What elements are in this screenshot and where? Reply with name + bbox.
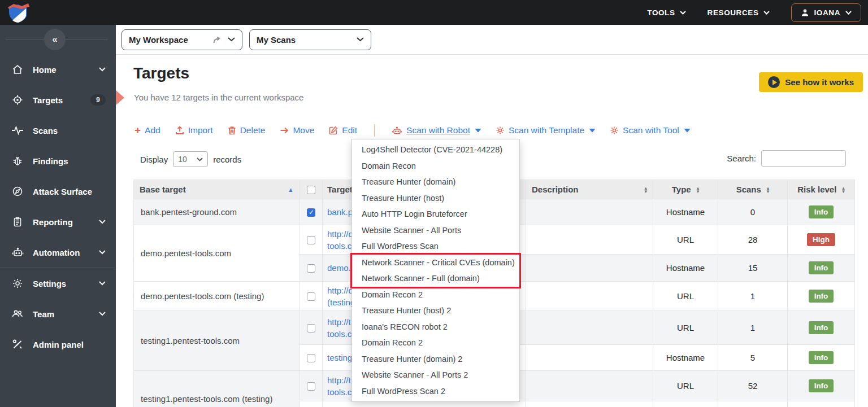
scan-with-template-button[interactable]: Scan with Template xyxy=(496,125,595,135)
robot-menu-item[interactable]: Full WordPress Scan xyxy=(352,238,519,255)
type-cell: Hostname xyxy=(653,345,718,371)
sidebar-item-attack-surface[interactable]: Attack Surface xyxy=(0,176,116,207)
workspace-selector[interactable]: My Workspace xyxy=(121,29,242,50)
scan-with-template-label: Scan with Template xyxy=(509,125,584,135)
scans-cell: 0 xyxy=(718,199,788,225)
row-checkbox[interactable] xyxy=(307,324,315,332)
row-checkbox[interactable] xyxy=(307,292,315,301)
base-target-cell: demo.pentest-tools.com (testing) xyxy=(134,282,300,311)
add-button[interactable]: + Add xyxy=(134,124,160,137)
scan-with-robot-button[interactable]: Scan with Robot xyxy=(392,125,481,135)
user-icon xyxy=(801,8,809,17)
robot-icon xyxy=(11,246,24,259)
row-checkbox[interactable] xyxy=(307,208,315,217)
records-label: records xyxy=(213,155,241,164)
row-checkbox[interactable] xyxy=(307,236,315,244)
sidebar-item-settings[interactable]: Settings xyxy=(0,268,116,299)
sort-icon: ▴▾ xyxy=(842,186,845,193)
robot-menu-item[interactable]: Treasure Hunter (domain) xyxy=(352,174,519,190)
risk-badge: Info xyxy=(809,290,834,303)
gear-icon xyxy=(11,277,24,290)
description-cell xyxy=(526,225,653,255)
robot-menu-item[interactable]: Domain Recon 2 xyxy=(352,335,519,351)
robot-menu-item[interactable]: Network Scanner - Critical CVEs (domain) xyxy=(352,255,519,271)
sidebar-item-automation[interactable]: Automation xyxy=(0,237,116,268)
sort-asc-icon: ▲ xyxy=(288,186,294,193)
row-checkbox[interactable] xyxy=(307,264,315,273)
import-label: Import xyxy=(188,125,213,135)
base-target-cell: testing1.pentest-tools.com xyxy=(134,311,300,371)
scans-selector[interactable]: My Scans xyxy=(249,29,371,50)
active-nav-marker xyxy=(116,90,124,105)
cta-label: See how it works xyxy=(785,77,854,87)
scan-with-tool-label: Scan with Tool xyxy=(623,125,679,135)
sidebar-collapse-row: « xyxy=(0,25,116,54)
chevron-down-icon xyxy=(589,129,595,132)
sidebar-collapse-button[interactable]: « xyxy=(44,29,66,50)
risk-badge: Info xyxy=(809,351,834,364)
robot-menu-item[interactable]: Treasure Hunter (host) xyxy=(352,190,519,207)
scan-with-robot-menu: Log4Shell Detector (CVE-2021-44228) Doma… xyxy=(351,139,520,402)
search-label: Search: xyxy=(727,154,756,163)
delete-button[interactable]: Delete xyxy=(228,125,266,135)
robot-menu-item[interactable]: Treasure Hunter (host) 2 xyxy=(352,303,519,319)
robot-menu-item[interactable]: Website Scanner - All Ports 2 xyxy=(352,367,519,383)
sidebar: « Home Targets 9 Scans Fin xyxy=(0,25,116,407)
app-logo-icon[interactable] xyxy=(5,1,35,24)
topnav-tools[interactable]: TOOLS xyxy=(647,8,685,17)
move-button[interactable]: Move xyxy=(280,125,314,135)
row-checkbox[interactable] xyxy=(307,354,315,362)
robot-menu-item[interactable]: Treasure Hunter (domain) 2 xyxy=(352,351,519,367)
robot-menu-item[interactable]: Ioana's RECON robot 2 xyxy=(352,319,519,335)
scan-with-tool-button[interactable]: Scan with Tool xyxy=(610,125,690,135)
sidebar-item-label: Reporting xyxy=(33,217,73,227)
description-cell xyxy=(526,345,653,371)
workspace-bar: My Workspace My Scans xyxy=(116,25,868,55)
share-arrow-icon[interactable] xyxy=(213,36,222,43)
sidebar-item-admin-panel[interactable]: Admin panel xyxy=(0,329,116,360)
edit-button[interactable]: Edit xyxy=(329,125,357,135)
chevron-down-icon xyxy=(228,37,235,42)
robot-menu-item[interactable]: Full WordPress Scan 2 xyxy=(352,383,519,400)
column-header-description[interactable]: Description▴▾ xyxy=(526,180,653,199)
pencil-icon xyxy=(329,126,338,135)
column-header-risk-level[interactable]: Risk level▴▾ xyxy=(788,180,855,199)
delete-label: Delete xyxy=(240,125,266,135)
robot-menu-item[interactable]: Website Scanner - All Ports xyxy=(352,222,519,239)
column-header-scans[interactable]: Scans▴▾ xyxy=(718,180,788,199)
chevron-down-icon xyxy=(99,312,106,316)
column-header-type[interactable]: Type▴▾ xyxy=(653,180,718,199)
see-how-it-works-button[interactable]: See how it works xyxy=(759,72,863,92)
records-per-page-select[interactable]: 10 xyxy=(173,151,208,167)
sort-icon: ▴▾ xyxy=(767,186,770,193)
sidebar-item-label: Home xyxy=(33,65,57,75)
sidebar-item-targets[interactable]: Targets 9 xyxy=(0,85,116,115)
user-name: IOANA xyxy=(814,8,841,17)
topnav-resources[interactable]: RESOURCES xyxy=(708,8,770,17)
workspace-selector-value: My Workspace xyxy=(129,35,213,45)
scans-cell: 1 xyxy=(718,282,788,311)
row-checkbox[interactable] xyxy=(307,382,315,391)
sidebar-item-findings[interactable]: Findings xyxy=(0,146,116,176)
sidebar-item-home[interactable]: Home xyxy=(0,54,116,85)
base-target-cell: bank.pentest-ground.com xyxy=(134,199,300,225)
sidebar-item-label: Scans xyxy=(33,126,58,135)
robot-menu-item[interactable]: Log4Shell Detector (CVE-2021-44228) xyxy=(352,142,519,158)
type-cell: URL xyxy=(653,282,718,311)
sidebar-item-reporting[interactable]: Reporting xyxy=(0,207,116,237)
user-menu[interactable]: IOANA xyxy=(791,3,862,22)
robot-menu-item[interactable]: Network Scanner - Full (domain) xyxy=(352,270,519,287)
type-cell: Hostname xyxy=(653,255,718,282)
pulse-icon xyxy=(11,124,24,137)
sidebar-item-scans[interactable]: Scans xyxy=(0,115,116,146)
type-cell: URL xyxy=(653,225,718,255)
column-header-base-target[interactable]: Base target▲ xyxy=(134,180,300,199)
select-all-checkbox[interactable] xyxy=(307,186,315,194)
robot-menu-item[interactable]: Auto HTTP Login Bruteforcer xyxy=(352,206,519,222)
robot-menu-item[interactable]: Domain Recon xyxy=(352,158,519,174)
sidebar-item-team[interactable]: Team xyxy=(0,299,116,329)
search-input[interactable] xyxy=(761,150,846,167)
sort-icon: ▴▾ xyxy=(697,186,700,193)
import-button[interactable]: Import xyxy=(175,125,213,135)
robot-menu-item[interactable]: Domain Recon 2 xyxy=(352,287,519,303)
